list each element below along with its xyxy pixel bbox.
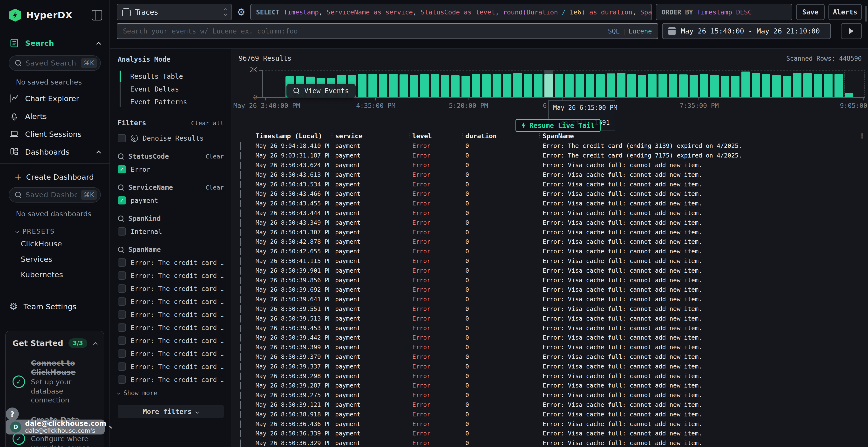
order-by-input[interactable]: ORDER BY Timestamp DESC (656, 4, 792, 20)
table-row[interactable]: May 26 8:50:41.115 PMpaymentError0Error:… (232, 256, 868, 266)
histogram-bar[interactable] (802, 70, 813, 98)
checkbox-unchecked[interactable] (118, 284, 126, 293)
checkbox-unchecked[interactable] (118, 259, 126, 267)
row-expand-chevron[interactable] (238, 420, 249, 427)
sidebar-collapse-icon[interactable] (92, 10, 102, 21)
checkbox-unchecked[interactable] (118, 363, 126, 371)
table-row[interactable]: May 26 8:50:39.551 PMpaymentError0Error:… (232, 304, 868, 314)
row-expand-chevron[interactable] (238, 277, 249, 284)
checkbox-unchecked[interactable] (118, 323, 126, 332)
histogram-bar[interactable] (554, 70, 564, 98)
row-expand-chevron[interactable] (238, 142, 249, 149)
row-expand-chevron[interactable] (238, 344, 249, 351)
table-row[interactable]: May 26 8:50:36.339 PMpaymentError0Error:… (232, 429, 868, 438)
histogram-bar[interactable] (699, 70, 709, 98)
histogram-bar[interactable] (834, 70, 844, 98)
histogram-bar[interactable] (585, 70, 595, 98)
histogram-bar[interactable] (730, 70, 740, 98)
checkbox-unchecked[interactable] (118, 349, 126, 358)
histogram-bar[interactable] (678, 70, 689, 98)
source-select[interactable]: Traces (117, 4, 232, 20)
table-row[interactable]: May 26 8:50:42.655 PMpaymentError0Error:… (232, 247, 868, 256)
histogram-bar[interactable] (751, 70, 761, 98)
row-expand-chevron[interactable] (238, 305, 249, 312)
facet-option[interactable]: payment (118, 196, 224, 204)
row-expand-chevron[interactable] (238, 373, 249, 380)
table-menu-icon[interactable]: ⋮ (856, 132, 868, 140)
alerts-button[interactable]: Alerts (829, 4, 862, 20)
time-range-picker[interactable]: May 26 15:40:00 - May 26 21:10:00 (662, 23, 831, 39)
table-row[interactable]: May 26 8:50:39.641 PMpaymentError0Error:… (232, 295, 868, 304)
analysis-mode-option[interactable]: Event Patterns (120, 96, 224, 108)
row-expand-chevron[interactable] (238, 162, 249, 169)
row-expand-chevron[interactable] (238, 286, 249, 293)
facet-clear-button[interactable]: Clear (206, 153, 224, 160)
histogram-bar[interactable] (264, 70, 274, 98)
histogram-bar[interactable] (854, 70, 865, 98)
histogram-bar[interactable] (368, 70, 378, 98)
checkbox-unchecked[interactable] (118, 310, 126, 319)
histogram-bar[interactable] (419, 70, 430, 98)
column-header-duration[interactable]: ⋮duration (459, 132, 536, 140)
sidebar-item-search[interactable]: Search (0, 34, 110, 52)
save-button[interactable]: Save (796, 4, 825, 20)
table-row[interactable]: May 26 8:50:43.613 PMpaymentError0Error:… (232, 170, 868, 179)
checkbox-unchecked[interactable] (118, 227, 126, 236)
row-expand-chevron[interactable] (238, 363, 249, 370)
table-row[interactable]: May 26 8:50:39.692 PMpaymentError0Error:… (232, 285, 868, 295)
row-expand-chevron[interactable] (238, 152, 249, 159)
search-events-input[interactable]: Search your events w/ Lucene ex. column:… (117, 23, 658, 39)
row-expand-chevron[interactable] (238, 229, 249, 236)
more-filters-button[interactable]: More filters (118, 405, 224, 418)
column-header-spanname[interactable]: ⋮SpanName (536, 132, 856, 140)
sidebar-item-dashboards[interactable]: Dashboards (0, 143, 110, 161)
analysis-mode-option[interactable]: Event Deltas (120, 83, 224, 96)
clear-all-button[interactable]: Clear all (191, 120, 224, 127)
checkbox-unchecked[interactable] (118, 337, 126, 345)
row-expand-chevron[interactable] (238, 401, 249, 408)
row-expand-chevron[interactable] (238, 391, 249, 399)
column-header-timestamp[interactable]: Timestamp (Local) (249, 132, 329, 140)
histogram-bar[interactable] (357, 70, 368, 98)
histogram-bar[interactable] (844, 70, 854, 98)
row-expand-chevron[interactable] (238, 334, 249, 341)
histogram-bar[interactable] (440, 70, 450, 98)
table-row[interactable]: May 26 8:50:39.442 PMpaymentError0Error:… (232, 333, 868, 342)
get-started-item[interactable]: ✓Connect to ClickHouseSet up your databa… (12, 358, 97, 405)
histogram-bar[interactable] (544, 70, 554, 98)
facet-option[interactable]: Error: The credit card … (118, 284, 224, 293)
row-expand-chevron[interactable] (238, 200, 249, 207)
row-expand-chevron[interactable] (238, 315, 249, 322)
facet-option[interactable]: Error: The credit card … (118, 337, 224, 345)
histogram-bar[interactable] (378, 70, 388, 98)
facet-clear-button[interactable]: Clear (206, 184, 224, 191)
table-row[interactable]: May 26 9:04:18.410 PMpaymentError0Error:… (232, 141, 868, 151)
histogram-bar[interactable] (761, 70, 772, 98)
histogram-bar[interactable] (740, 70, 751, 98)
histogram-bar[interactable] (481, 70, 492, 98)
view-events-button[interactable]: View Events (286, 84, 355, 98)
sql-select-input[interactable]: SELECT Timestamp, ServiceName as service… (250, 4, 652, 20)
row-expand-chevron[interactable] (238, 190, 249, 197)
scrollbar-thumb[interactable] (865, 6, 867, 22)
row-expand-chevron[interactable] (238, 411, 249, 418)
column-header-service[interactable]: ⋮service (329, 132, 406, 140)
checkbox-checked[interactable] (118, 165, 126, 173)
histogram-bar[interactable] (564, 70, 575, 98)
row-expand-chevron[interactable] (238, 238, 249, 245)
presets-toggle[interactable]: PRESETS (0, 221, 110, 236)
analysis-mode-option[interactable]: Results Table (120, 70, 224, 83)
table-row[interactable]: May 26 8:50:39.287 PMpaymentError0Error:… (232, 381, 868, 390)
histogram-bar[interactable] (792, 70, 802, 98)
histogram-bar[interactable] (771, 70, 782, 98)
table-row[interactable]: May 26 8:50:39.901 PMpaymentError0Error:… (232, 266, 868, 275)
sidebar-item-alerts[interactable]: Alerts (0, 107, 110, 125)
row-expand-chevron[interactable] (238, 248, 249, 255)
histogram-bar[interactable] (274, 70, 284, 98)
table-row[interactable]: May 26 8:50:36.329 PMpaymentError0Error:… (232, 438, 868, 447)
table-row[interactable]: May 26 9:03:31.187 PMpaymentError0Error:… (232, 151, 868, 161)
source-settings-button[interactable] (236, 7, 246, 17)
histogram-bar[interactable] (533, 70, 544, 98)
table-row[interactable]: May 26 8:50:43.534 PMpaymentError0Error:… (232, 179, 868, 189)
table-row[interactable]: May 26 8:50:39.337 PMpaymentError0Error:… (232, 362, 868, 371)
